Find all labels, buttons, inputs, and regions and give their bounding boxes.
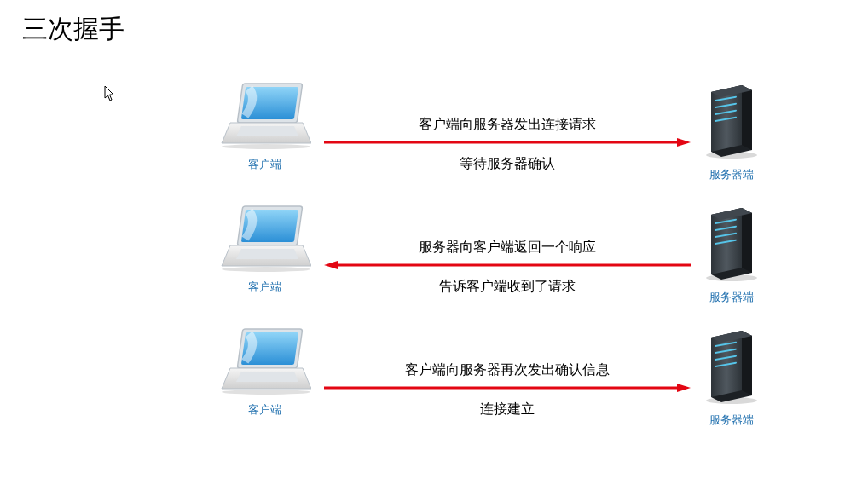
step-text-top: 客户端向服务器发出连接请求 (324, 114, 691, 135)
svg-marker-14 (324, 261, 338, 269)
server-label: 服务器端 (701, 413, 762, 428)
server-node: 服务器端 (701, 82, 762, 182)
laptop-icon (217, 82, 311, 150)
client-label: 客户端 (217, 280, 311, 295)
svg-point-12 (222, 267, 310, 272)
client-label: 客户端 (217, 402, 311, 418)
server-icon (701, 82, 762, 160)
step-text-bottom: 等待服务器确认 (324, 153, 691, 174)
step-text-bottom: 告诉客户端收到了请求 (324, 276, 691, 297)
arrow-right-icon (324, 137, 691, 147)
server-node: 服务器端 (701, 205, 762, 305)
handshake-step-3: 客户端 客户端向服务器再次发出确认信息 连接建立 服务器端 (0, 327, 868, 447)
svg-marker-4 (677, 138, 691, 147)
svg-marker-24 (677, 384, 691, 392)
step-text-bottom: 连接建立 (324, 399, 691, 419)
step-text-top: 客户端向服务器再次发出确认信息 (324, 360, 691, 380)
diagram-title: 三次握手 (22, 12, 124, 47)
handshake-step-1: 客户端 客户端向服务器发出连接请求 等待服务器确认 服务器端 (0, 82, 868, 201)
arrow-right-icon (324, 383, 691, 393)
server-icon (701, 205, 762, 283)
client-label: 客户端 (217, 157, 311, 172)
server-label: 服务器端 (701, 167, 762, 182)
laptop-icon (217, 327, 311, 395)
client-node: 客户端 (217, 327, 311, 418)
laptop-icon (217, 205, 311, 273)
server-node: 服务器端 (701, 327, 762, 428)
client-node: 客户端 (217, 205, 311, 295)
step-content: 客户端向服务器再次发出确认信息 连接建立 (324, 360, 691, 419)
client-node: 客户端 (217, 82, 311, 172)
step-text-top: 服务器向客户端返回一个响应 (324, 237, 691, 257)
server-label: 服务器端 (701, 290, 762, 305)
arrow-left-icon (324, 260, 691, 270)
svg-point-22 (222, 390, 310, 395)
handshake-step-2: 客户端 服务器向客户端返回一个响应 告诉客户端收到了请求 服务器端 (0, 205, 868, 324)
step-content: 客户端向服务器发出连接请求 等待服务器确认 (324, 114, 691, 174)
svg-point-2 (222, 144, 310, 149)
step-content: 服务器向客户端返回一个响应 告诉客户端收到了请求 (324, 237, 691, 297)
server-icon (701, 327, 762, 406)
